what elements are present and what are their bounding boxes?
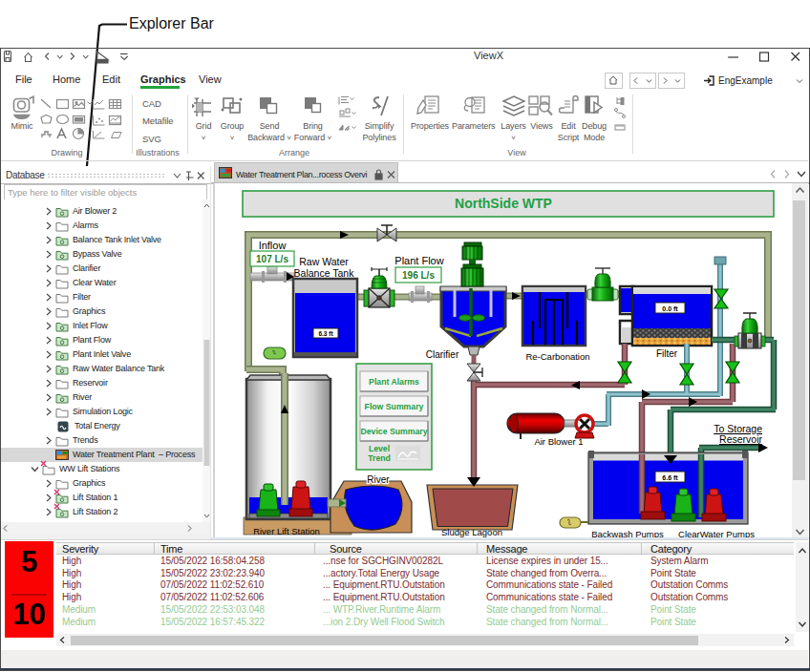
svg-text:Sludge Lagoon: Sludge Lagoon [441,527,502,537]
svg-text:Reservoir: Reservoir [719,433,762,445]
svg-text:Balance Tank: Balance Tank [294,267,355,279]
svg-text:Re-Carbonation: Re-Carbonation [525,351,589,362]
svg-text:107 L/s: 107 L/s [256,254,288,264]
svg-text:Plant Flow: Plant Flow [394,255,443,266]
svg-text:River: River [367,474,390,485]
svg-text:NorthSide WTP: NorthSide WTP [455,196,552,211]
svg-text:Filter: Filter [656,348,678,359]
svg-text:Device Summary: Device Summary [360,427,427,436]
svg-text:River Lift Station: River Lift Station [253,526,320,536]
svg-text:6.6 ft: 6.6 ft [662,474,678,481]
svg-text:196 L/s: 196 L/s [402,270,435,281]
svg-text:Air Blower 1: Air Blower 1 [534,436,583,447]
svg-text:Flow Summary: Flow Summary [365,402,424,411]
svg-text:Raw Water: Raw Water [299,256,349,267]
svg-text:6.3 ft: 6.3 ft [318,330,333,337]
svg-text:Trend: Trend [368,453,391,463]
svg-text:Clarifier: Clarifier [426,349,459,360]
svg-text:Inflow: Inflow [259,240,287,251]
svg-text:Plant Alarms: Plant Alarms [369,377,419,387]
svg-text:0.0 ft: 0.0 ft [662,305,678,312]
svg-text:Level: Level [369,444,390,453]
